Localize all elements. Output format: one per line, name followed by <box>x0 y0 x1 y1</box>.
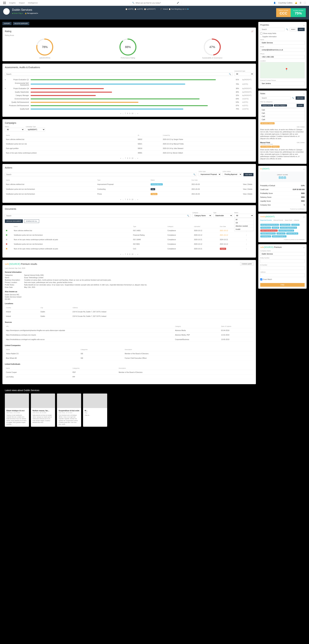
dropdown-item[interactable]: Cat1 <box>260 108 305 112</box>
table-row[interactable]: Vestibulum porta nisl non nisi fermentum… <box>5 242 253 246</box>
event-tag[interactable]: Civil Law (1) <box>277 232 286 234</box>
nav-intelligence[interactable]: Intelligence <box>28 2 38 4</box>
page-link[interactable]: ... <box>122 158 124 159</box>
doc-category-select[interactable]: Category Name <box>192 214 212 218</box>
page-link[interactable]: « <box>120 112 121 114</box>
nav-insights[interactable]: Insights <box>9 2 15 4</box>
page-link[interactable]: 9 <box>129 198 130 200</box>
event-tag[interactable]: Executive Appointment (3) <box>280 227 297 229</box>
page-link[interactable]: 8 <box>127 158 128 159</box>
assessment-type-select[interactable]: All <box>234 72 254 76</box>
supplier-info-header[interactable]: ⌄ Supplier information <box>260 36 305 38</box>
change-query-button[interactable]: CHANGE QUERY <box>240 262 254 266</box>
media-tab[interactable]: Adverse <box>294 220 299 221</box>
export-button[interactable]: EXPORT <box>2 22 11 25</box>
page-link[interactable]: 8 <box>127 254 128 255</box>
company-name-field[interactable] <box>260 252 305 256</box>
filter-tag[interactable]: Category Name x <box>261 104 273 106</box>
page-link[interactable]: » <box>137 198 138 200</box>
delete-supplier-button[interactable]: DELETE SUPPLIER <box>13 22 29 25</box>
table-row[interactable]: Vestibulum porta nisl non nisi fermentum… <box>5 192 253 196</box>
chevron-down-icon[interactable]: ⌄ <box>303 168 305 170</box>
media-tab[interactable]: Reported Events <box>260 220 272 221</box>
page-link[interactable]: 10 <box>131 112 133 114</box>
page-link[interactable]: 8 <box>127 112 128 114</box>
event-tag[interactable]: Strong Financial Results (31) <box>260 224 279 226</box>
email-field[interactable] <box>260 48 305 52</box>
table-row[interactable]: Vestibulum porta nisl non nisi fermentum… <box>5 233 253 237</box>
news-card[interactable]: Suspendisse id dui enimHello News, 18.10… <box>57 394 81 427</box>
set-category[interactable]: Set another Category <box>260 122 275 124</box>
page-link[interactable]: 9 <box>129 112 130 114</box>
table-row[interactable]: Nunc et leo quis metus scelerisque preti… <box>5 246 253 251</box>
exact-match-checkbox[interactable] <box>260 278 262 280</box>
actions-search[interactable] <box>6 174 193 176</box>
page-link[interactable]: 10 <box>131 254 133 255</box>
event-tag[interactable]: Capacity Expansion (1) <box>260 232 276 234</box>
search-input[interactable] <box>136 2 176 4</box>
address-field[interactable] <box>260 273 305 277</box>
table-row[interactable]: Nunc ultricies eleifend duiISO 14001Comp… <box>5 228 253 233</box>
page-link[interactable]: » <box>137 254 138 255</box>
action-status-select[interactable]: Pending Approval <box>223 172 242 176</box>
dropdown-item[interactable]: Attention needed <box>234 224 253 228</box>
chevron-down-icon[interactable]: ⌄ <box>303 216 305 218</box>
page-link[interactable]: « <box>120 158 121 159</box>
page-link[interactable]: « <box>120 198 121 200</box>
news-card[interactable]: Etiam tristique id orciNBC News, 23.10.2… <box>5 394 29 427</box>
find-button[interactable]: FIND <box>260 283 305 287</box>
table-row[interactable]: Nunc et leo quis metus scelerisque preti… <box>5 151 253 155</box>
dropdown-item[interactable]: Invalid <box>234 228 253 231</box>
media-tab[interactable]: News Feed <box>285 220 292 221</box>
page-link[interactable]: 10 <box>131 198 133 200</box>
documents-search[interactable] <box>6 215 187 217</box>
reset-button[interactable]: RESET <box>290 28 297 31</box>
page-link[interactable]: 7 <box>125 198 126 200</box>
event-tag[interactable]: Partnership (8) <box>260 227 271 229</box>
apply-button[interactable]: APPLY <box>298 28 305 31</box>
event-tag[interactable]: Weak Financial Results (2) <box>260 230 278 232</box>
chevron-down-icon[interactable]: ⌄ <box>303 92 305 95</box>
page-link[interactable]: 9 <box>129 254 130 255</box>
page-link[interactable]: 10 <box>131 158 133 159</box>
table-row[interactable]: Nunc et leo quis metus scelerisque preti… <box>5 238 253 242</box>
download-all-button[interactable]: DOWNLOAD ALL <box>24 220 39 223</box>
filter-tag[interactable]: Another Category x <box>274 104 287 106</box>
event-tag[interactable]: Launch (9) <box>291 224 299 226</box>
event-tag[interactable]: Award (8) <box>272 227 279 229</box>
page-link[interactable]: ... <box>135 254 136 255</box>
approval-status[interactable]: 🔒 Not approved ▾ <box>25 12 38 14</box>
fullscreen-icon[interactable]: ⛶ <box>304 2 306 4</box>
page-link[interactable]: 8 <box>127 198 128 200</box>
name-field[interactable] <box>260 41 305 44</box>
page-link[interactable]: « <box>120 254 121 255</box>
user-name[interactable]: Courtney Collins <box>278 2 293 4</box>
media-tab[interactable]: Inferred Events <box>274 220 283 221</box>
apps-icon[interactable] <box>3 2 6 4</box>
show-empty-checkbox[interactable] <box>260 32 262 34</box>
news-card[interactable]: M...Dag...Cras co... <box>83 394 107 427</box>
nav-impact[interactable]: Impact <box>19 2 25 4</box>
doc-status-select[interactable]: All <box>234 214 254 218</box>
event-tag[interactable]: Customer Win (6) <box>286 232 298 234</box>
event-tag[interactable]: Executive Departure (2) <box>279 230 294 232</box>
assessment-search[interactable] <box>6 73 229 75</box>
notes-search[interactable] <box>260 96 291 100</box>
page-link[interactable]: » <box>137 112 138 114</box>
campaign-type-select[interactable]: kp(INSIGHT) <box>26 128 45 132</box>
phone-field[interactable] <box>260 55 305 59</box>
table-row[interactable]: Vestibulum porta nisl non nisi fermentum… <box>5 187 253 192</box>
dropdown-item[interactable]: Cat1 <box>260 112 305 115</box>
page-link[interactable]: 9 <box>129 158 130 159</box>
chevron-down-icon[interactable]: ⌄ <box>303 246 305 248</box>
entity-number-field[interactable] <box>260 259 305 263</box>
page-link[interactable]: 7 <box>125 254 126 255</box>
page-link[interactable]: » <box>137 158 138 159</box>
action-type-select[interactable]: Improvement Proposal <box>199 172 221 176</box>
bell-icon[interactable]: 🔔 <box>295 2 297 4</box>
add-note-button[interactable]: ADD NEW <box>296 96 305 100</box>
event-tag[interactable]: Headcount Growth (1) <box>272 235 287 238</box>
table-row[interactable]: Vestibulum porta nisl non nisi500212020-… <box>5 142 253 146</box>
dropdown-item[interactable]: All <box>234 218 253 221</box>
doc-type-select[interactable]: Stakeholder <box>213 214 233 218</box>
